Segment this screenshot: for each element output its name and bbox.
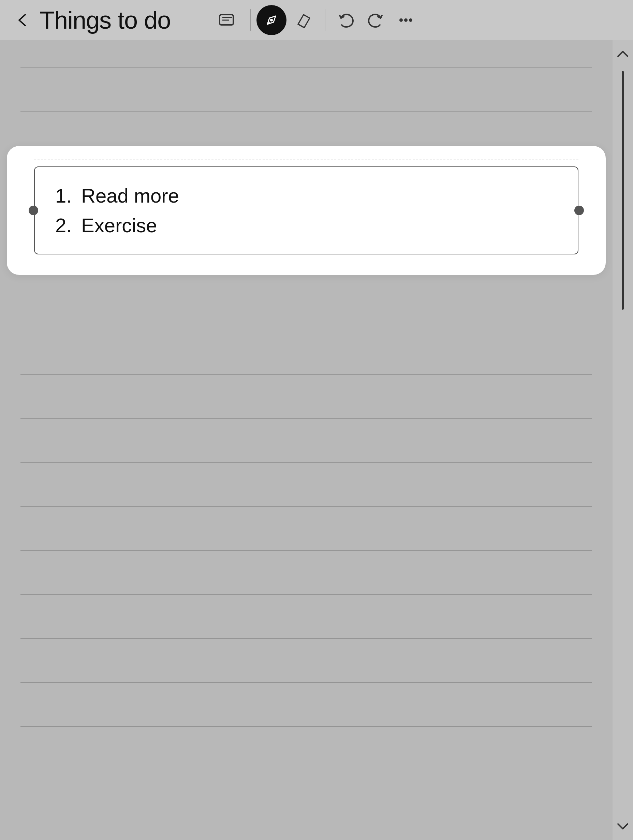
cards-icon <box>217 10 237 30</box>
eraser-tool-button[interactable] <box>289 5 319 35</box>
list-text-1: Read more <box>81 181 179 210</box>
pen-tool-button[interactable] <box>256 5 286 35</box>
list-num-2: 2. <box>55 210 76 240</box>
line-3 <box>21 374 592 375</box>
tool-divider-left <box>250 9 251 31</box>
line-8 <box>21 594 592 595</box>
toolbar-left: Things to do <box>14 6 170 34</box>
svg-point-4 <box>409 18 412 22</box>
drag-handle-right[interactable] <box>575 206 584 215</box>
line-10 <box>21 682 592 683</box>
scroll-down-icon <box>616 821 630 832</box>
line-4 <box>21 418 592 419</box>
list-text-2: Exercise <box>81 210 157 240</box>
scroll-up-icon <box>616 49 630 59</box>
toolbar-center <box>212 5 421 35</box>
drag-handle-left[interactable] <box>28 206 38 215</box>
back-arrow-icon <box>14 11 32 29</box>
line-11 <box>21 726 592 727</box>
list-item-1: 1. Read more <box>55 181 557 210</box>
scroll-up-button[interactable] <box>612 40 633 68</box>
cards-tool-button[interactable] <box>212 5 242 35</box>
main-content: 1. Read more 2. Exercise <box>0 40 612 840</box>
more-icon <box>396 11 415 30</box>
line-5 <box>21 463 592 463</box>
toolbar: Things to do <box>0 0 633 40</box>
undo-button[interactable] <box>331 5 361 35</box>
lines-below <box>0 374 612 727</box>
text-card-inner: 1. Read more 2. Exercise <box>34 166 578 254</box>
card-dashed-line <box>34 159 578 160</box>
more-button[interactable] <box>391 5 421 35</box>
svg-point-3 <box>404 18 407 22</box>
line-6 <box>21 507 592 507</box>
svg-point-1 <box>270 19 273 22</box>
redo-button[interactable] <box>361 5 391 35</box>
scroll-down-button[interactable] <box>612 813 633 840</box>
text-card[interactable]: 1. Read more 2. Exercise <box>7 146 606 275</box>
line-2 <box>21 112 592 112</box>
eraser-icon <box>294 10 314 30</box>
undo-icon <box>336 11 355 30</box>
page-title: Things to do <box>39 6 170 34</box>
back-button[interactable] <box>14 11 32 29</box>
lines-above <box>0 68 612 156</box>
tool-divider-right <box>325 9 325 31</box>
redo-icon <box>366 11 385 30</box>
scrollbar-track <box>612 40 633 840</box>
list-item-2: 2. Exercise <box>55 210 557 240</box>
line-9 <box>21 638 592 639</box>
svg-point-2 <box>399 18 403 22</box>
pen-icon <box>263 11 280 29</box>
line-1 <box>21 68 592 68</box>
list-num-1: 1. <box>55 181 76 210</box>
scroll-thumb[interactable] <box>622 71 624 309</box>
